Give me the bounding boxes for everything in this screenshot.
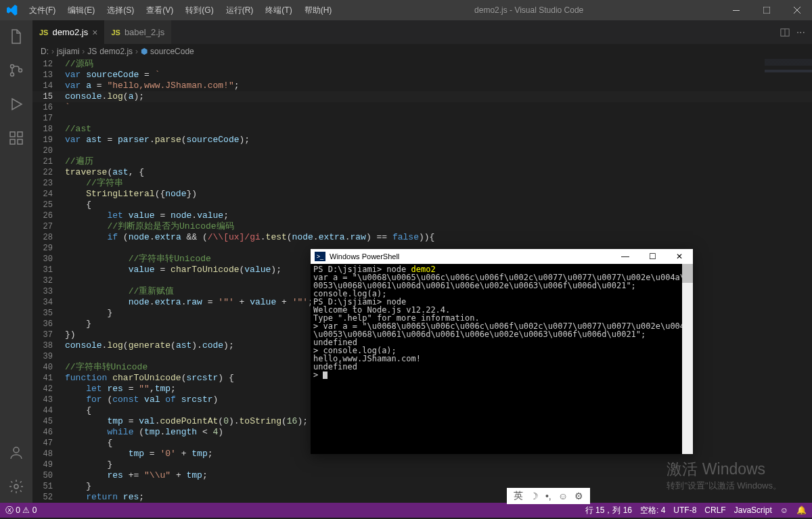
ps-line: undefined	[313, 363, 690, 371]
code-line[interactable]: 12//源码	[32, 59, 812, 70]
status-bell-icon[interactable]: 🔔	[796, 505, 807, 515]
menu-item[interactable]: 编辑(E)	[62, 2, 100, 19]
ime-dots-icon[interactable]: •,	[545, 491, 551, 501]
status-feedback-icon[interactable]: ☺	[780, 505, 788, 515]
line-number: 14	[32, 81, 65, 91]
line-number: 49	[32, 459, 65, 470]
code-line[interactable]: 24 StringLiteral({node})	[32, 189, 812, 200]
ps-close-button[interactable]: ✕	[666, 252, 693, 261]
line-content: //字符串转Unicode	[65, 254, 211, 265]
code-line[interactable]: 17	[32, 113, 812, 124]
code-line[interactable]: 15console.log(a);	[32, 91, 812, 102]
status-eol[interactable]: CRLF	[704, 505, 725, 515]
explorer-icon[interactable]	[0, 26, 32, 47]
js-file-icon: JS	[87, 47, 97, 56]
status-encoding[interactable]: UTF-8	[673, 505, 696, 515]
line-number: 52	[32, 492, 65, 503]
powershell-body[interactable]: PS D:\jsjiami> node demo2var a = "\u0068…	[311, 264, 693, 454]
ime-gear-icon[interactable]: ⚙	[574, 491, 583, 501]
line-content: let value = node.value;	[65, 210, 229, 221]
line-number: 21	[32, 156, 65, 167]
code-line[interactable]: 18//ast	[32, 124, 812, 135]
line-content: if (node.extra && (/\\[ux]/gi.test(node.…	[65, 232, 434, 243]
ime-toolbar[interactable]: 英 ☽ •, ☺ ⚙	[507, 488, 590, 504]
line-content: tmp = '0' + tmp;	[65, 449, 213, 459]
ps-scrollbar-thumb[interactable]	[682, 264, 693, 283]
line-content: StringLiteral({node})	[65, 189, 197, 200]
svg-point-12	[14, 484, 18, 489]
status-language[interactable]: JavaScript	[734, 505, 772, 515]
status-problems[interactable]: ⓧ 0 ⚠ 0	[5, 505, 37, 516]
line-content: node.extra.raw = '"' + value + '"';	[65, 297, 313, 308]
status-indentation[interactable]: 空格: 4	[640, 505, 665, 516]
menu-item[interactable]: 查看(V)	[141, 2, 179, 19]
maximize-button[interactable]	[751, 0, 782, 20]
run-debug-icon[interactable]	[0, 93, 32, 115]
code-line[interactable]: 13var sourceCode = `	[32, 70, 812, 81]
line-number: 31	[32, 265, 65, 275]
breadcrumb-folder[interactable]: jsjiami	[57, 47, 79, 56]
close-icon[interactable]: ×	[92, 27, 97, 38]
code-line[interactable]: 14var a = "hello,www.JShaman.com!";	[32, 81, 812, 91]
line-number: 48	[32, 449, 65, 459]
code-line[interactable]: 27 //判断原始是否为Unicode编码	[32, 221, 812, 232]
line-number: 38	[32, 340, 65, 351]
code-line[interactable]: 25 {	[32, 200, 812, 210]
ps-line: >	[313, 371, 690, 379]
editor-tab[interactable]: JSbabel_2.js	[104, 20, 171, 44]
menu-item[interactable]: 帮助(H)	[299, 2, 338, 19]
settings-icon[interactable]	[0, 476, 32, 497]
line-number: 12	[32, 59, 65, 70]
breadcrumb-file[interactable]: demo2.js	[99, 47, 133, 56]
line-number: 32	[32, 275, 65, 286]
account-icon[interactable]	[0, 442, 32, 464]
menu-item[interactable]: 终端(T)	[260, 2, 297, 19]
editor-tabs: JSdemo2.js×JSbabel_2.js ···	[32, 20, 812, 44]
ps-line: hello,www.JShaman.com!	[313, 355, 690, 363]
line-number: 47	[32, 438, 65, 449]
extensions-icon[interactable]	[0, 127, 32, 149]
svg-rect-1	[763, 7, 770, 14]
ps-maximize-button[interactable]: ☐	[639, 252, 666, 261]
minimap[interactable]	[765, 59, 812, 194]
menu-item[interactable]: 运行(R)	[221, 2, 259, 19]
line-content: {	[65, 405, 91, 416]
split-editor-icon[interactable]	[780, 28, 790, 37]
code-line[interactable]: 22traverse(ast, {	[32, 167, 812, 178]
breadcrumb-symbol[interactable]: sourceCode	[150, 47, 194, 56]
code-line[interactable]: 23 //字符串	[32, 178, 812, 189]
code-line[interactable]: 26 let value = node.value;	[32, 210, 812, 221]
line-number: 46	[32, 427, 65, 438]
js-file-icon: JS	[111, 28, 120, 37]
line-number: 18	[32, 124, 65, 135]
code-line[interactable]: 20	[32, 145, 812, 156]
code-line[interactable]: 28 if (node.extra && (/\\[ux]/gi.test(no…	[32, 232, 812, 243]
minimize-button[interactable]	[721, 0, 751, 20]
ps-minimize-button[interactable]: —	[612, 252, 639, 261]
line-content: }	[65, 308, 112, 319]
breadcrumb[interactable]: D: › jsjiami › JS demo2.js › ⬢ sourceCod…	[32, 44, 812, 59]
line-content: `	[65, 102, 70, 113]
line-content: value = charToUnicode(value);	[65, 265, 281, 275]
source-control-icon[interactable]	[0, 60, 32, 81]
ime-moon-icon[interactable]: ☽	[530, 491, 539, 501]
status-cursor-position[interactable]: 行 15，列 16	[585, 505, 632, 516]
ps-scrollbar[interactable]	[682, 264, 693, 454]
chevron-right-icon: ›	[135, 47, 138, 56]
more-actions-icon[interactable]: ···	[796, 26, 805, 39]
close-button[interactable]	[782, 0, 812, 20]
ime-smiley-icon[interactable]: ☺	[558, 491, 568, 501]
code-line[interactable]: 21//遍历	[32, 156, 812, 167]
code-line[interactable]: 52 return res;	[32, 492, 812, 503]
editor-tab[interactable]: JSdemo2.js×	[32, 20, 104, 44]
powershell-titlebar[interactable]: >_ Windows PowerShell — ☐ ✕	[311, 249, 693, 264]
line-number: 42	[32, 384, 65, 394]
ime-lang[interactable]: 英	[514, 490, 523, 502]
breadcrumb-drive[interactable]: D:	[41, 47, 49, 56]
code-line[interactable]: 16`	[32, 102, 812, 113]
code-line[interactable]: 19var ast = parser.parse(sourceCode);	[32, 135, 812, 145]
menu-item[interactable]: 文件(F)	[24, 2, 61, 19]
ps-line: > var a = "\u0068\u0065\u006c\u006c\u006…	[313, 322, 690, 338]
menu-item[interactable]: 转到(G)	[180, 2, 219, 19]
menu-item[interactable]: 选择(S)	[102, 2, 139, 19]
